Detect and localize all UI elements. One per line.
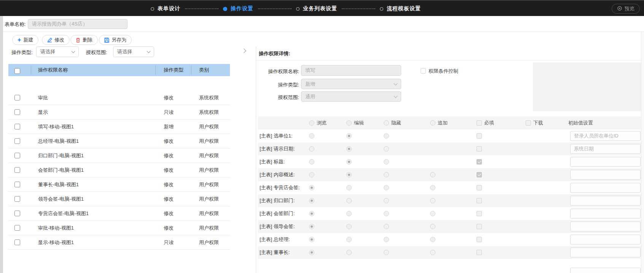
initial-value-input[interactable]: [570, 222, 641, 231]
隐藏-radio[interactable]: [384, 185, 389, 190]
追加-radio[interactable]: [430, 185, 435, 190]
header-3-radio[interactable]: [430, 120, 435, 126]
追加-radio[interactable]: [430, 237, 435, 242]
wizard-step-2[interactable]: 操作设置: [223, 5, 253, 12]
panel-expand-chevron-icon[interactable]: [241, 48, 246, 53]
table-row[interactable]: 显示-移动-视图1只读用户权限: [8, 235, 230, 250]
编辑-radio[interactable]: [346, 198, 352, 203]
table-row[interactable]: 董事长-电脑-视图1修改用户权限: [8, 177, 230, 192]
隐藏-radio[interactable]: [384, 146, 389, 152]
编辑-radio[interactable]: [346, 237, 352, 242]
浏览-radio[interactable]: [309, 250, 314, 255]
row-checkbox[interactable]: [14, 153, 20, 158]
隐藏-radio[interactable]: [384, 250, 389, 255]
select-all-checkbox[interactable]: [14, 68, 20, 74]
编辑-radio[interactable]: [346, 211, 352, 216]
浏览-radio[interactable]: [309, 159, 314, 164]
隐藏-radio[interactable]: [384, 198, 389, 203]
浏览-radio[interactable]: [309, 146, 314, 152]
table-row[interactable]: 专营店会签-电脑-视图1修改用户权限: [8, 206, 230, 221]
row-checkbox[interactable]: [14, 95, 20, 101]
initial-value-input-partial[interactable]: [570, 268, 641, 273]
table-row[interactable]: 归口部门-电脑-视图1修改用户权限: [8, 148, 230, 163]
隐藏-radio[interactable]: [384, 133, 389, 139]
隐藏-radio[interactable]: [384, 237, 389, 242]
编辑-radio[interactable]: [346, 172, 352, 177]
form-name-input[interactable]: 请示报告阅办单（4S店）: [28, 19, 128, 29]
必填-checkbox[interactable]: [477, 237, 482, 242]
row-checkbox[interactable]: [14, 109, 20, 115]
initial-value-input[interactable]: [570, 170, 641, 180]
row-checkbox[interactable]: [14, 182, 20, 187]
隐藏-radio[interactable]: [384, 159, 389, 164]
header-4-checkbox[interactable]: [477, 120, 482, 126]
编辑-radio[interactable]: [346, 133, 352, 139]
op-type-filter-select[interactable]: 请选择: [36, 46, 79, 57]
table-row[interactable]: 审批修改系统权限: [8, 91, 230, 105]
preview-button[interactable]: 预览: [612, 4, 640, 14]
initial-value-input[interactable]: [570, 235, 641, 244]
table-row[interactable]: 审批-移动-视图1修改用户权限: [8, 221, 230, 235]
table-row[interactable]: 会签部门-电脑-视图1修改用户权限: [8, 163, 230, 177]
追加-radio[interactable]: [430, 250, 435, 255]
追加-radio[interactable]: [430, 198, 435, 203]
row-checkbox[interactable]: [14, 239, 20, 245]
浏览-radio[interactable]: [309, 133, 314, 139]
隐藏-radio[interactable]: [384, 224, 389, 229]
detail-name-input[interactable]: 填写: [301, 65, 401, 76]
table-row[interactable]: 显示只读系统权限: [8, 105, 230, 120]
initial-value-input[interactable]: [570, 157, 641, 167]
header-0-radio[interactable]: [309, 120, 314, 126]
必填-checkbox[interactable]: [477, 198, 482, 203]
必填-checkbox[interactable]: [477, 211, 482, 216]
row-checkbox[interactable]: [14, 211, 20, 216]
initial-value-input[interactable]: [570, 183, 641, 193]
浏览-radio[interactable]: [309, 224, 314, 229]
header-5-checkbox[interactable]: [526, 120, 531, 126]
编辑-radio[interactable]: [346, 185, 352, 190]
必填-checkbox[interactable]: [477, 250, 482, 255]
追加-radio[interactable]: [430, 224, 435, 229]
initial-value-input[interactable]: [570, 247, 641, 257]
scope-filter-select[interactable]: 请选择: [113, 46, 154, 57]
必填-checkbox[interactable]: [477, 159, 482, 164]
浏览-radio[interactable]: [309, 185, 314, 190]
initial-value-input[interactable]: 登录人员所在单位ID: [570, 131, 641, 141]
row-checkbox[interactable]: [14, 167, 20, 173]
编辑-radio[interactable]: [346, 250, 352, 255]
必填-checkbox[interactable]: [477, 172, 482, 177]
initial-value-input[interactable]: [570, 209, 641, 219]
浏览-radio[interactable]: [309, 198, 314, 203]
wizard-step-4[interactable]: 流程模板设置: [380, 5, 421, 12]
编辑-radio[interactable]: [346, 159, 352, 164]
row-checkbox[interactable]: [14, 138, 20, 144]
浏览-radio[interactable]: [309, 172, 314, 177]
必填-checkbox[interactable]: [477, 185, 482, 190]
浏览-radio[interactable]: [309, 237, 314, 242]
隐藏-radio[interactable]: [384, 172, 389, 177]
table-row[interactable]: 领导会签-电脑-视图1修改用户权限: [8, 192, 230, 206]
header-2-radio[interactable]: [384, 120, 389, 126]
condition-control-checkbox[interactable]: [421, 68, 426, 73]
detail-type-select[interactable]: 新增: [301, 79, 401, 89]
必填-checkbox[interactable]: [477, 133, 482, 139]
initial-value-input[interactable]: [570, 196, 641, 206]
浏览-radio[interactable]: [309, 211, 314, 216]
save-as-button[interactable]: 另存为: [99, 35, 132, 45]
detail-scope-select[interactable]: 通用: [301, 91, 401, 102]
row-checkbox[interactable]: [14, 196, 20, 202]
必填-checkbox[interactable]: [477, 146, 482, 152]
header-1-radio[interactable]: [346, 120, 352, 126]
追加-radio[interactable]: [430, 211, 435, 216]
delete-button[interactable]: 删除: [70, 35, 98, 45]
row-checkbox[interactable]: [14, 225, 20, 231]
edit-button[interactable]: 修改: [42, 35, 70, 45]
table-row[interactable]: 总经理-电脑-视图1修改用户权限: [8, 134, 230, 148]
隐藏-radio[interactable]: [384, 211, 389, 216]
追加-radio[interactable]: [430, 172, 435, 177]
必填-checkbox[interactable]: [477, 224, 482, 229]
initial-value-input[interactable]: 系统日期: [570, 144, 641, 154]
wizard-step-3[interactable]: 业务列表设置: [296, 5, 337, 12]
row-checkbox[interactable]: [14, 124, 20, 129]
new-button[interactable]: + 新建: [12, 35, 38, 45]
